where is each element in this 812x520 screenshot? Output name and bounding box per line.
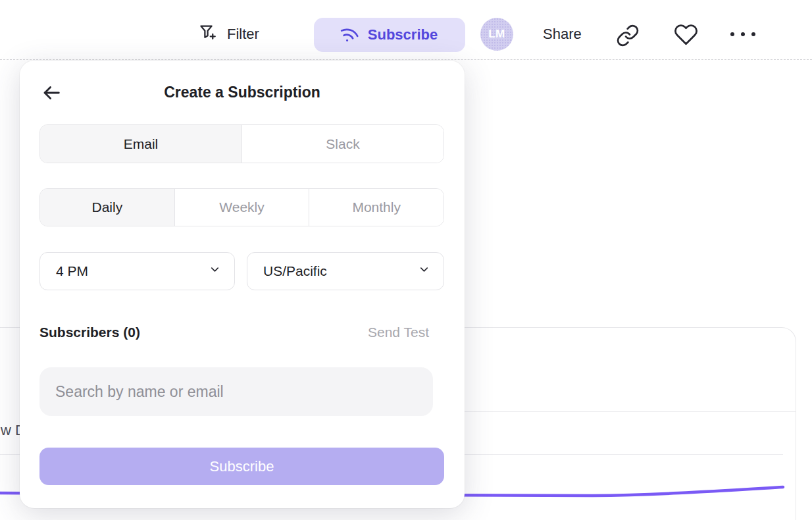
timezone-select[interactable]: US/Pacific bbox=[247, 252, 444, 290]
subscribers-row: Subscribers (0) Send Test bbox=[39, 325, 429, 340]
tab-slack[interactable]: Slack bbox=[241, 125, 444, 163]
subscribe-toolbar-button[interactable]: Subscribe bbox=[314, 18, 465, 52]
chevron-down-icon bbox=[209, 263, 221, 279]
chevron-down-icon bbox=[418, 263, 430, 279]
create-subscription-modal: Create a Subscription Email Slack Daily … bbox=[20, 61, 465, 508]
channel-tabs: Email Slack bbox=[39, 124, 444, 163]
avatar[interactable]: LM bbox=[480, 18, 513, 51]
tab-daily[interactable]: Daily bbox=[40, 189, 174, 226]
timezone-select-value: US/Pacific bbox=[263, 263, 327, 279]
send-test-button[interactable]: Send Test bbox=[368, 325, 429, 340]
filter-button[interactable]: Filter bbox=[198, 20, 259, 49]
filter-icon bbox=[198, 22, 218, 46]
subscribe-label: Subscribe bbox=[368, 26, 438, 43]
link-icon bbox=[616, 39, 640, 49]
ellipsis-icon bbox=[728, 34, 758, 43]
tab-weekly[interactable]: Weekly bbox=[174, 189, 309, 226]
subscribe-submit-button[interactable]: Subscribe bbox=[39, 448, 444, 485]
toolbar-divider bbox=[0, 59, 812, 60]
avatar-initials: LM bbox=[488, 28, 505, 41]
modal-title: Create a Subscription bbox=[20, 84, 465, 101]
frequency-tabs: Daily Weekly Monthly bbox=[39, 188, 444, 226]
time-select[interactable]: 4 PM bbox=[39, 252, 235, 290]
more-menu-button[interactable] bbox=[728, 27, 758, 41]
tab-email[interactable]: Email bbox=[40, 125, 241, 163]
favorite-button[interactable] bbox=[674, 22, 698, 47]
time-select-value: 4 PM bbox=[56, 263, 88, 279]
heart-icon bbox=[674, 39, 698, 49]
subscriber-search-input[interactable] bbox=[39, 367, 433, 416]
copy-link-button[interactable] bbox=[616, 24, 640, 47]
tab-monthly[interactable]: Monthly bbox=[309, 189, 444, 226]
rss-icon bbox=[338, 21, 363, 48]
share-button[interactable]: Share bbox=[543, 26, 582, 43]
subscribers-count-label: Subscribers (0) bbox=[39, 325, 140, 340]
filter-label: Filter bbox=[227, 26, 259, 43]
